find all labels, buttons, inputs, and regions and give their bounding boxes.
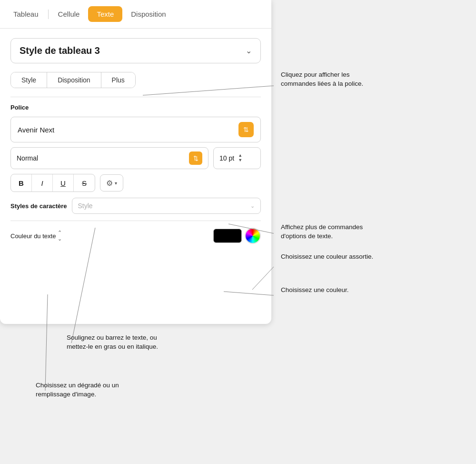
tab-divider-1	[48, 10, 49, 19]
font-spin-button[interactable]: ⇅	[238, 122, 254, 137]
font-style-row: Normal ⇅ 10 pt ▲ ▼	[10, 147, 261, 169]
tab-texte[interactable]: Texte	[88, 6, 122, 22]
text-color-spin-icon[interactable]: ⌃⌄	[58, 230, 62, 242]
font-style-value: Normal	[17, 154, 38, 162]
format-button-group: B I U S	[10, 174, 95, 192]
sub-tabs: Style Disposition Plus	[10, 72, 136, 88]
annotation-choose-color: Choisissez une couleur.	[281, 286, 349, 295]
annotation-gradient: Choisissez un dégradé ou un remplissage …	[36, 381, 131, 399]
chevron-down-icon: ⌄	[246, 46, 252, 55]
font-section-label: Police	[10, 104, 261, 111]
caret-down-icon: ▾	[115, 181, 117, 186]
gear-icon: ⚙	[106, 179, 113, 188]
spin-arrows-icon: ⇅	[243, 126, 249, 133]
color-controls	[213, 228, 261, 244]
tab-disposition[interactable]: Disposition	[122, 6, 174, 22]
inspector-panel: Tableau Cellule Texte Disposition Style …	[0, 0, 271, 324]
underline-button[interactable]: U	[53, 174, 74, 192]
sub-tab-disposition[interactable]: Disposition	[47, 72, 101, 88]
font-name-value: Avenir Next	[18, 126, 54, 134]
size-down-arrow[interactable]: ▼	[238, 158, 242, 163]
separator-2	[10, 221, 261, 221]
text-color-label: Couleur du texte ⌃⌄	[10, 230, 62, 242]
text-options-button[interactable]: ⚙ ▾	[100, 174, 123, 192]
text-color-label-text: Couleur du texte	[10, 232, 56, 240]
style-spin-button[interactable]: ⇅	[189, 151, 202, 165]
sub-tab-plus[interactable]: Plus	[101, 72, 135, 88]
char-styles-chevron: ⌄	[250, 203, 255, 209]
char-styles-label: Styles de caractère	[10, 202, 67, 210]
char-styles-dropdown[interactable]: Style ⌄	[72, 198, 261, 214]
font-name-selector[interactable]: Avenir Next ⇅	[10, 117, 261, 142]
font-size-selector[interactable]: 10 pt ▲ ▼	[213, 147, 261, 169]
sub-tab-style[interactable]: Style	[11, 72, 47, 88]
font-style-selector[interactable]: Normal ⇅	[10, 147, 208, 169]
annotation-text-options: Affichez plus de commandes d'options de …	[281, 223, 376, 241]
style-dropdown-label: Style de tableau 3	[20, 45, 100, 56]
size-spin-control[interactable]: ▲ ▼	[238, 153, 242, 163]
font-size-value: 10 pt	[219, 154, 234, 162]
style-spin-icon: ⇅	[193, 155, 198, 162]
panel-content: Style de tableau 3 ⌄ Style Disposition P…	[0, 29, 271, 258]
style-dropdown[interactable]: Style de tableau 3 ⌄	[10, 38, 261, 63]
tab-cellule[interactable]: Cellule	[50, 6, 89, 22]
format-row: B I U S ⚙ ▾	[10, 174, 261, 192]
bold-button[interactable]: B	[11, 174, 32, 192]
strikethrough-button[interactable]: S	[74, 174, 95, 192]
annotation-font-commands: Cliquez pour afficher les commandes liée…	[281, 71, 376, 89]
annotation-matching-color: Choisissez une couleur assortie.	[281, 252, 373, 262]
color-swatch[interactable]	[213, 229, 242, 243]
color-wheel-button[interactable]	[245, 228, 261, 244]
tab-tableau[interactable]: Tableau	[5, 6, 47, 22]
separator-1	[10, 97, 261, 97]
char-styles-placeholder: Style	[78, 202, 93, 210]
italic-button[interactable]: I	[32, 174, 53, 192]
text-color-row: Couleur du texte ⌃⌄	[10, 228, 261, 244]
char-styles-row: Styles de caractère Style ⌄	[10, 198, 261, 214]
annotation-format-text: Soulignez ou barrez le texte, ou mettez-…	[67, 333, 162, 352]
tab-bar: Tableau Cellule Texte Disposition	[0, 0, 271, 29]
